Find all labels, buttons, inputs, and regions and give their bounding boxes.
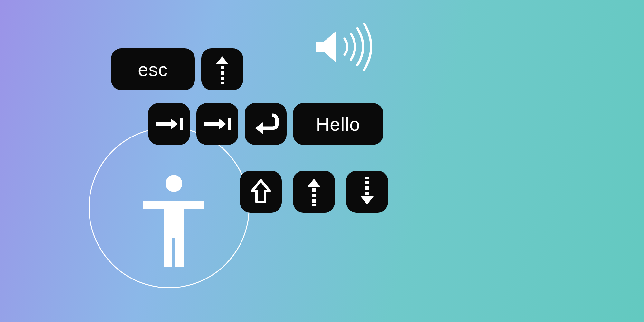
svg-rect-16	[365, 192, 369, 195]
svg-rect-13	[365, 177, 369, 179]
accessibility-figure-icon	[142, 174, 206, 272]
arrow-down-dashed-key[interactable]	[346, 171, 388, 213]
return-enter-icon	[252, 113, 279, 135]
svg-rect-1	[221, 66, 224, 69]
svg-rect-14	[365, 181, 369, 184]
esc-key[interactable]: esc	[111, 48, 195, 90]
tab-key-1[interactable]	[148, 103, 190, 145]
svg-rect-6	[180, 118, 183, 130]
arrow-up-dashed-key[interactable]	[201, 48, 243, 90]
arrow-up-dashed-icon	[213, 55, 232, 84]
shift-up-outline-icon	[250, 179, 272, 204]
speaker-sound-icon	[314, 23, 385, 82]
hello-key-label: Hello	[316, 113, 360, 135]
shift-key[interactable]	[240, 171, 282, 213]
svg-rect-11	[312, 199, 316, 203]
return-key[interactable]	[245, 103, 287, 145]
svg-rect-3	[221, 77, 224, 80]
arrow-up-dashed-icon	[304, 177, 324, 206]
tab-arrow-icon	[155, 116, 184, 132]
arrow-up-dashed-key-2[interactable]	[293, 171, 335, 213]
tab-key-2[interactable]	[196, 103, 238, 145]
tab-arrow-icon	[203, 116, 232, 132]
svg-rect-15	[365, 186, 369, 190]
svg-point-0	[166, 175, 182, 192]
svg-rect-4	[221, 82, 224, 84]
svg-rect-12	[312, 204, 316, 206]
arrow-down-dashed-icon	[357, 177, 377, 206]
svg-rect-2	[221, 71, 224, 75]
svg-rect-9	[312, 188, 316, 192]
esc-key-label: esc	[138, 59, 168, 80]
hello-key[interactable]: Hello	[293, 103, 383, 145]
svg-rect-10	[312, 194, 316, 197]
svg-rect-8	[228, 118, 231, 130]
